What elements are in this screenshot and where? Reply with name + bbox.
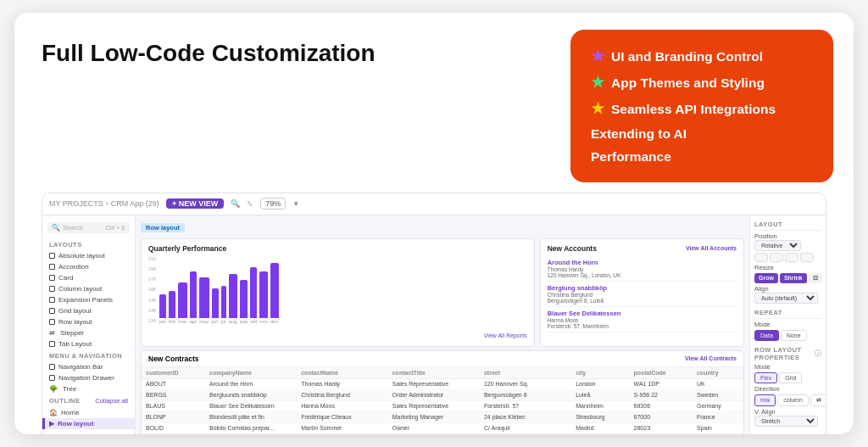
dir-icon-btn[interactable]: ⇄: [810, 394, 826, 406]
app-window: MY PROJECTS › CRM App (29) + NEW VIEW 🔍 …: [42, 193, 826, 435]
chart-panel: Quarterly Performance 21K 19K 17K 16K 14…: [141, 238, 535, 347]
shrink-button[interactable]: Shrink: [780, 273, 807, 283]
sidebar-item-card[interactable]: Card: [42, 272, 135, 283]
tree-icon: 🌳: [49, 385, 58, 393]
layout-icon: [49, 253, 55, 259]
feature-item-5: Performance: [591, 147, 813, 166]
table-row: BONAPBon app'Laurence LebihanOwner12 rue…: [142, 433, 743, 434]
layouts-label: LAYOUTS: [42, 238, 135, 250]
chart-axes: 21K 19K 17K 16K 14K 13K 12K jan: [148, 256, 527, 324]
layout-icon: [49, 308, 55, 314]
col-postalcode: postalCode: [630, 367, 693, 379]
bar-dec: dec: [270, 263, 279, 324]
layout-icon: [49, 319, 55, 325]
feature-list: ★ UI and Branding Control ★ App Themes a…: [591, 45, 813, 167]
col-contacttitle: contactTitle: [388, 367, 480, 379]
page-title: Full Low-Code Customization: [42, 36, 570, 67]
nav-icon: [49, 364, 55, 370]
col-city: city: [571, 367, 629, 379]
sidebar-item-grid[interactable]: Grid layout: [42, 305, 135, 316]
flex-btn[interactable]: Flex: [754, 372, 777, 383]
view-all-accounts[interactable]: View All Accounts: [686, 245, 737, 251]
sidebar-item-expansion[interactable]: Expansion Panels: [42, 294, 135, 305]
table-row: ABOUTAround the HornThomas HardySales Re…: [142, 378, 743, 389]
feature-card: ★ UI and Branding Control ★ App Themes a…: [570, 30, 833, 182]
nav-icon: [49, 375, 55, 381]
col-companyname: companyName: [205, 367, 297, 379]
account-entry-2: Blauer See Delikatessen Hanna Moos Forst…: [548, 307, 737, 332]
direction-btns: row column ⇄: [754, 394, 821, 406]
content-area: MY PROJECTS › CRM App (29) + NEW VIEW 🔍 …: [14, 182, 854, 435]
star-green-icon: ★: [591, 71, 604, 94]
search-icon: 🔍: [231, 199, 240, 208]
view-all-reports[interactable]: View All Reports: [148, 326, 527, 341]
table-row: BLAUSBlauer See DelikatessenHanna MoosSa…: [142, 400, 743, 411]
sidebar-item-column[interactable]: Column layout: [42, 283, 135, 294]
main-card: Full Low-Code Customization ★ UI and Bra…: [14, 13, 854, 434]
sidebar-item-accordion[interactable]: Accordion: [42, 261, 135, 272]
bar-may: may: [199, 277, 209, 324]
position-select[interactable]: Relative: [754, 240, 801, 251]
col-contactname: contactName: [297, 367, 388, 379]
pos-input-4[interactable]: [800, 253, 814, 262]
layout-mode-btns: Flex Grid: [754, 372, 821, 383]
star-purple-icon: ★: [591, 45, 604, 68]
feature-item-3: ★ Seamless API Integrations: [591, 98, 813, 120]
col-customerid: customerID: [142, 367, 205, 379]
sidebar-item-tree[interactable]: 🌳Tree: [42, 383, 135, 394]
app-main: Row layout Quarterly Performance 21K 19K: [136, 215, 749, 435]
table-row: BOLIDBólido Comidas prepar...Martín Somm…: [142, 422, 743, 433]
resize-icon-button[interactable]: ⊡: [809, 273, 822, 283]
col-country: country: [693, 367, 743, 379]
contracts-header: New Contracts View All Contracts: [142, 351, 743, 367]
bar-jan: jan: [159, 294, 166, 324]
pos-input-3[interactable]: [785, 253, 798, 262]
mode-none-btn[interactable]: None: [781, 330, 807, 341]
feature-item-4: Extending to AI: [591, 124, 813, 143]
bar-nov: nov: [259, 271, 268, 324]
sidebar-item-tab[interactable]: Tab Layout: [42, 338, 135, 349]
nav-label: MENU & NAVIGATION: [42, 349, 135, 361]
sidebar-item-navbar[interactable]: Navigation Bar: [42, 361, 135, 372]
row-dir-btn[interactable]: row: [754, 394, 776, 406]
resize-btns: Grow Shrink ⊡: [754, 273, 821, 283]
zoom-level[interactable]: 79%: [260, 198, 286, 210]
sidebar-item-absolute[interactable]: Absolute layout: [42, 250, 135, 261]
view-all-contracts[interactable]: View All Contracts: [685, 355, 737, 361]
valign-select[interactable]: Stretch: [754, 416, 818, 427]
mode-data-btn[interactable]: Data: [754, 330, 779, 341]
breadcrumb: MY PROJECTS › CRM App (29): [49, 199, 159, 208]
grow-button[interactable]: Grow: [754, 273, 778, 283]
new-view-button[interactable]: + NEW VIEW: [166, 198, 224, 209]
table-row: BLONPBlondesdil pâte et finFrédérique Ci…: [142, 411, 743, 422]
row-layout-badge: Row layout: [136, 215, 749, 233]
grid-btn[interactable]: Grid: [779, 372, 802, 383]
rp-section-row-props: ROW LAYOUT PROPERTIES ⓘ Mode Flex Grid D…: [754, 346, 821, 427]
top-section: Full Low-Code Customization ★ UI and Bra…: [14, 13, 854, 182]
table-row: BERGSBergluunds snabbköpChristina Berglu…: [142, 389, 743, 400]
pos-input-2[interactable]: [770, 253, 783, 262]
layout-icon: [49, 286, 55, 292]
top-panels: Quarterly Performance 21K 19K 17K 16K 14…: [136, 233, 749, 350]
contracts-table-wrap: customerID companyName contactName conta…: [142, 367, 743, 435]
sidebar-item-home[interactable]: 🏠 Home: [42, 407, 135, 418]
pos-input-1[interactable]: [754, 253, 768, 262]
search-bar[interactable]: 🔍 Search Ctrl + E: [47, 222, 130, 233]
layout-icon: [49, 341, 55, 347]
bar-feb: feb: [169, 291, 175, 324]
collapse-link[interactable]: Collapse all: [95, 397, 128, 405]
rp-section-repeat: REPEAT Mode Data None: [754, 309, 821, 341]
layout-icon: [49, 297, 55, 303]
bar-aug: aug: [229, 274, 237, 324]
position-inputs: [754, 253, 821, 262]
sidebar-item-navdrawer[interactable]: Navigation Drawer: [42, 372, 135, 383]
col-dir-btn[interactable]: column: [777, 394, 809, 406]
sidebar-item-stepper[interactable]: ⇌Stepper: [42, 327, 135, 338]
star-yellow-icon: ★: [591, 98, 604, 120]
search-icon: 🔍: [52, 224, 60, 232]
sidebar-item-row[interactable]: Row layout: [42, 316, 135, 327]
app-sidebar: 🔍 Search Ctrl + E LAYOUTS Absolute layou…: [42, 215, 136, 435]
rp-section-layout: LAYOUT Position Relative: [754, 221, 821, 304]
align-select[interactable]: Auto (default): [754, 293, 818, 304]
sidebar-item-row-active[interactable]: ▶ Row layout: [42, 418, 135, 429]
